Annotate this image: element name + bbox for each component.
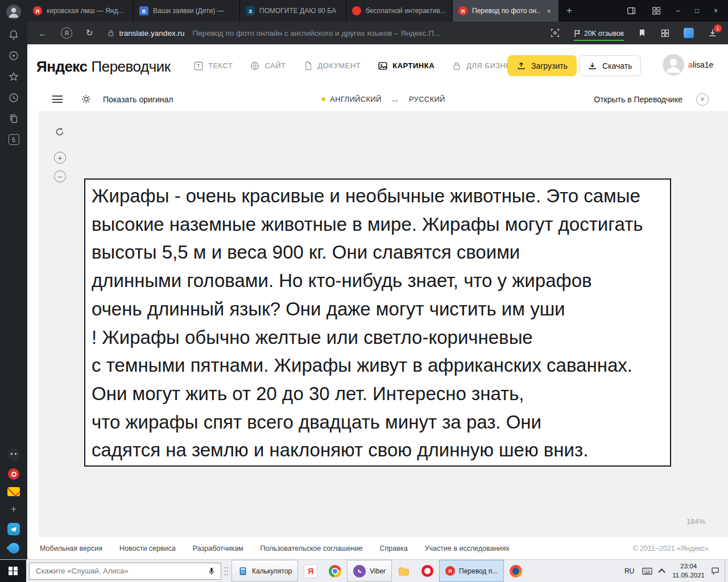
player-icon[interactable] xyxy=(8,50,19,61)
taskbar-explorer-button[interactable] xyxy=(392,560,416,582)
browser-tab-active[interactable]: Я Перевод по фото он... × xyxy=(453,0,559,22)
footer-link-mobile[interactable]: Мобильная версия xyxy=(40,544,102,552)
profile-avatar-icon[interactable] xyxy=(6,5,21,19)
rotate-image-icon[interactable] xyxy=(53,126,66,138)
tab-close-icon[interactable]: × xyxy=(545,7,553,15)
taskbar-translate-window-button[interactable]: Я Перевод п... xyxy=(439,560,504,582)
close-window-button[interactable]: × xyxy=(714,7,718,15)
source-language-button[interactable]: АНГЛИЙСКИЙ xyxy=(321,95,381,103)
url-field[interactable]: translate.yandex.ru Перевод по фото онла… xyxy=(107,29,441,38)
alice-search-bar[interactable] xyxy=(29,563,221,580)
taskbar-firefox-button[interactable] xyxy=(504,560,528,582)
messenger-icon[interactable] xyxy=(7,448,20,461)
browser-tab[interactable]: З ПОМОГИТЕ ДАЮ 80 БА xyxy=(240,0,346,22)
downloads-button[interactable]: 1 xyxy=(708,28,718,38)
sidebar-panel-icon[interactable] xyxy=(626,6,636,16)
taskbar-yandex-browser-button[interactable]: Я xyxy=(298,560,323,582)
taskbar-clock[interactable]: 23:04 11.05.2021 xyxy=(672,562,705,580)
history-clock-icon[interactable] xyxy=(8,92,19,103)
menu-hamburger-icon[interactable] xyxy=(52,94,63,105)
translated-line: ! Жирафы обычно желтые или светло-коричн… xyxy=(92,323,664,352)
tab-text[interactable]: ТЕКСТ xyxy=(193,61,233,71)
tab-document[interactable]: ДОКУМЕНТ xyxy=(303,61,361,71)
keyboard-language-indicator[interactable]: RU xyxy=(624,567,634,575)
zoom-out-button[interactable]: − xyxy=(54,171,66,182)
alice-search-input[interactable] xyxy=(36,567,207,575)
mail-icon[interactable] xyxy=(7,487,20,496)
new-tab-button[interactable]: + xyxy=(559,0,580,22)
language-switcher: АНГЛИЙСКИЙ ↔ РУССКИЙ xyxy=(321,94,445,105)
taskbar-opera-button[interactable] xyxy=(416,560,439,582)
download-button[interactable]: Скачать xyxy=(579,55,641,76)
bookmark-icon[interactable] xyxy=(638,28,647,38)
taskbar-viber-button[interactable]: Viber xyxy=(347,560,392,582)
document-icon xyxy=(303,61,313,71)
microphone-icon[interactable] xyxy=(207,567,216,576)
tab-title: Ваши заявки (Дети) — xyxy=(153,7,234,15)
logo-translator: Переводчик xyxy=(92,58,171,75)
browser-tab[interactable]: В Ваши заявки (Дети) — xyxy=(134,0,240,22)
tab-counter-badge[interactable]: 5 xyxy=(9,134,19,145)
taskbar-chrome-button[interactable] xyxy=(323,560,347,582)
taskbar-grip-handle[interactable] xyxy=(221,560,231,582)
translated-line: Жирафы - очень красивые и необычные живо… xyxy=(92,182,664,210)
footer-link-news[interactable]: Новости сервиса xyxy=(119,544,176,552)
collections-tiles-icon[interactable] xyxy=(660,28,670,38)
nav-label: ДОКУМЕНТ xyxy=(318,61,361,70)
bookmarks-star-icon[interactable] xyxy=(8,71,19,82)
target-language-button[interactable]: РУССКИЙ xyxy=(409,95,445,103)
tab-groups-icon[interactable] xyxy=(651,6,661,16)
close-panel-icon[interactable]: × xyxy=(696,93,709,106)
footer-link-agreement[interactable]: Пользовательское соглашение xyxy=(260,544,363,552)
translated-photo[interactable]: Жирафы - очень красивые и необычные живо… xyxy=(84,178,671,467)
zoom-in-button[interactable]: + xyxy=(54,152,66,164)
tab-site[interactable]: САЙТ xyxy=(250,61,286,71)
yandex-home-icon[interactable]: Я xyxy=(61,27,72,39)
sync-widget-icon[interactable] xyxy=(684,28,694,38)
tray-expand-chevron[interactable] xyxy=(658,568,665,576)
minimize-button[interactable]: – xyxy=(676,7,680,15)
tab-favicon xyxy=(352,6,361,15)
username[interactable]: alisa1e xyxy=(688,60,713,69)
source-language-label: АНГЛИЙСКИЙ xyxy=(330,95,381,103)
reviews-label: 20K отзывов xyxy=(584,30,624,38)
yandex-translate-logo[interactable]: ЯндексПереводчик xyxy=(36,58,171,76)
footer-link-developers[interactable]: Разработчикам xyxy=(193,544,243,552)
add-panel-icon[interactable]: + xyxy=(11,504,17,516)
clock-date: 11.05.2021 xyxy=(672,571,705,580)
nav-label: ТЕКСТ xyxy=(208,61,233,70)
windows-logo-icon xyxy=(9,567,18,576)
show-original-toggle[interactable]: Показать оригинал xyxy=(103,95,173,104)
user-avatar[interactable] xyxy=(663,54,684,76)
back-icon[interactable]: ← xyxy=(39,28,47,38)
translated-line: садятся на землю и наклоняют свою длинну… xyxy=(92,436,664,464)
footer-link-research[interactable]: Участие в исследованиях xyxy=(425,544,510,552)
site-reviews-button[interactable]: 20K отзывов xyxy=(574,30,624,41)
swap-languages-icon[interactable]: ↔ xyxy=(391,94,400,105)
screenshot-icon[interactable] xyxy=(550,28,560,38)
brightness-icon[interactable] xyxy=(81,94,92,105)
reload-icon[interactable]: ↻ xyxy=(86,28,93,38)
collections-copy-icon[interactable] xyxy=(8,113,19,124)
photo-translate-panel: Показать оригинал АНГЛИЙСКИЙ ↔ РУССКИЙ О… xyxy=(39,87,728,537)
alice-drop-icon[interactable] xyxy=(6,541,22,556)
lock-icon xyxy=(452,61,462,71)
browser-tab[interactable]: бесплатной интерактив... xyxy=(346,0,453,22)
notifications-bell-icon[interactable] xyxy=(8,29,19,40)
panel-toolbar: Показать оригинал АНГЛИЙСКИЙ ↔ РУССКИЙ О… xyxy=(39,87,728,112)
translated-line: высоты 5,5 м и веса 900 кг. Они славятся… xyxy=(92,238,664,267)
tab-picture[interactable]: КАРТИНКА xyxy=(378,61,435,71)
open-in-translator-link[interactable]: Открыть в Переводчике xyxy=(594,95,682,104)
browser-tab[interactable]: Я кировская лмш — Янд... xyxy=(27,0,134,22)
footer-link-help[interactable]: Справка xyxy=(380,544,408,552)
copyright: © 2011–2021 «Яндекс» xyxy=(632,544,709,552)
start-button[interactable] xyxy=(0,560,26,582)
show-desktop-strip[interactable] xyxy=(725,560,728,582)
telegram-icon[interactable] xyxy=(7,523,20,535)
record-icon[interactable] xyxy=(8,468,19,480)
maximize-button[interactable]: □ xyxy=(695,7,699,15)
touch-keyboard-icon[interactable] xyxy=(642,567,652,575)
upload-button[interactable]: Загрузить xyxy=(507,55,577,76)
taskbar-calculator-button[interactable]: Калькулятор xyxy=(231,560,298,582)
action-center-icon[interactable] xyxy=(710,566,720,576)
